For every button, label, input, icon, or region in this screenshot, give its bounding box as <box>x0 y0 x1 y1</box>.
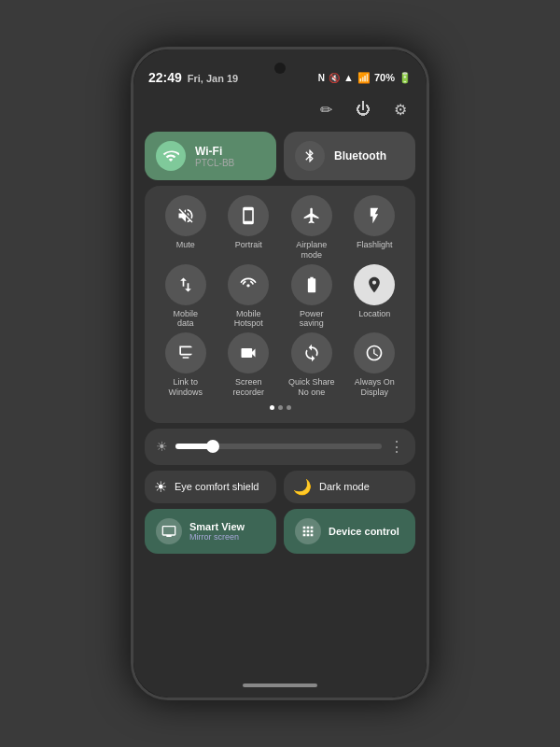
eye-comfort-label: Eye comfort shield <box>175 481 259 492</box>
bluetooth-label: Bluetooth <box>334 149 386 162</box>
link-windows-tile[interactable]: Link toWindows <box>158 332 214 398</box>
device-control-tile[interactable]: Device control <box>284 509 415 554</box>
mute-tile[interactable]: Mute <box>158 195 214 261</box>
brightness-control[interactable]: ☀ ⋮ <box>145 429 415 465</box>
brightness-more[interactable]: ⋮ <box>389 438 404 456</box>
mute-icon: 🔇 <box>329 73 340 83</box>
portrait-tile[interactable]: Portrait <box>220 195 276 261</box>
status-date: Fri, Jan 19 <box>188 73 238 84</box>
link-windows-label: Link toWindows <box>168 377 203 398</box>
status-icons: N 🔇 ▲ 📶 70% 🔋 <box>318 72 412 84</box>
smart-view-sub: Mirror screen <box>189 532 245 542</box>
smart-view-label: Smart View <box>189 521 245 532</box>
bluetooth-toggle[interactable]: Bluetooth <box>284 132 415 180</box>
power-saving-icon <box>291 264 332 305</box>
smart-view-tile[interactable]: Smart View Mirror screen <box>145 509 276 554</box>
portrait-label: Portrait <box>235 240 262 250</box>
brightness-knob[interactable] <box>206 440 219 453</box>
camera-notch <box>274 63 286 74</box>
mute-icon <box>165 195 206 236</box>
airplane-icon <box>291 195 332 236</box>
airplane-tile[interactable]: Airplanemode <box>284 195 340 261</box>
screen-recorder-icon <box>228 332 269 374</box>
device-control-icon <box>295 518 321 544</box>
phone-wrapper: 22:49 Fri, Jan 19 N 🔇 ▲ 📶 70% 🔋 ✏ ⏻ ⚙ <box>131 47 429 700</box>
portrait-icon <box>228 195 269 236</box>
signal-icon: 📶 <box>357 72 371 84</box>
top-toggles: Wi-Fi PTCL-BB Bluetooth <box>145 132 415 180</box>
flashlight-label: Flashlight <box>357 240 393 250</box>
nfc-icon: N <box>318 73 325 83</box>
device-control-label: Device control <box>329 526 399 537</box>
quick-share-label: Quick ShareNo one <box>288 377 335 398</box>
dark-mode-label: Dark mode <box>319 481 370 492</box>
hotspot-tile[interactable]: MobileHotspot <box>220 264 276 330</box>
grid-row-2: Mobiledata MobileHotspot Powersaving <box>154 264 406 330</box>
power-saving-tile[interactable]: Powersaving <box>284 264 340 330</box>
grid-row-3: Link toWindows Screenrecorder Quick Shar… <box>154 332 406 398</box>
always-on-tile[interactable]: Always OnDisplay <box>346 332 402 398</box>
hotspot-icon <box>228 264 269 305</box>
screen-recorder-tile[interactable]: Screenrecorder <box>220 332 276 398</box>
quick-settings-panel: ✏ ⏻ ⚙ Wi-Fi PTCL-BB <box>133 91 427 679</box>
link-windows-icon <box>165 332 206 374</box>
quick-tiles-grid: Mute Portrait Airplanemode <box>145 186 415 423</box>
eye-comfort-tile[interactable]: ☀ Eye comfort shield <box>145 471 276 503</box>
dot-3 <box>287 405 291 410</box>
home-indicator[interactable] <box>133 679 427 698</box>
bluetooth-toggle-icon <box>295 141 325 171</box>
screen-recorder-label: Screenrecorder <box>232 377 264 398</box>
location-label: Location <box>358 309 390 319</box>
mobile-data-tile[interactable]: Mobiledata <box>158 264 214 330</box>
hotspot-label: MobileHotspot <box>234 309 263 330</box>
grid-row-1: Mute Portrait Airplanemode <box>154 195 406 261</box>
wifi-toggle[interactable]: Wi-Fi PTCL-BB <box>145 132 276 180</box>
bottom-tiles-row: Smart View Mirror screen Device control <box>145 509 415 554</box>
location-tile[interactable]: Location <box>346 264 402 330</box>
wifi-label: Wi-Fi <box>195 145 234 158</box>
flashlight-icon <box>354 195 395 236</box>
always-on-icon <box>354 332 395 374</box>
brightness-bar[interactable] <box>175 444 382 449</box>
device-control-text: Device control <box>329 526 399 537</box>
wifi-toggle-text: Wi-Fi PTCL-BB <box>195 145 234 168</box>
smart-view-text: Smart View Mirror screen <box>189 521 245 542</box>
eye-comfort-icon: ☀ <box>154 478 167 496</box>
airplane-label: Airplanemode <box>296 240 327 261</box>
dark-mode-tile[interactable]: 🌙 Dark mode <box>284 471 415 503</box>
quick-share-icon <box>291 332 332 374</box>
battery-icon: 🔋 <box>399 72 412 84</box>
flashlight-tile[interactable]: Flashlight <box>346 195 402 261</box>
power-saving-label: Powersaving <box>300 309 324 330</box>
power-icon[interactable]: ⏻ <box>352 98 374 120</box>
wifi-icon: ▲ <box>343 72 354 83</box>
settings-icon[interactable]: ⚙ <box>389 98 412 120</box>
quick-share-tile[interactable]: Quick ShareNo one <box>284 332 340 398</box>
location-icon <box>354 264 395 305</box>
smart-view-icon <box>156 518 182 544</box>
home-bar <box>243 684 317 687</box>
battery-level: 70% <box>374 72 395 83</box>
pencil-icon[interactable]: ✏ <box>315 98 337 120</box>
brightness-icon: ☀ <box>156 439 168 454</box>
phone-screen: 22:49 Fri, Jan 19 N 🔇 ▲ 📶 70% 🔋 ✏ ⏻ ⚙ <box>133 49 427 698</box>
always-on-label: Always OnDisplay <box>355 377 395 398</box>
bluetooth-toggle-text: Bluetooth <box>334 149 386 162</box>
mute-label: Mute <box>176 240 195 250</box>
wifi-toggle-icon <box>156 141 186 171</box>
comfort-row: ☀ Eye comfort shield 🌙 Dark mode <box>145 471 415 503</box>
dot-1 <box>270 405 274 410</box>
dark-mode-icon: 🌙 <box>293 478 312 496</box>
mobile-data-icon <box>165 264 206 305</box>
wifi-sublabel: PTCL-BB <box>195 158 234 168</box>
status-time: 22:49 <box>148 70 182 85</box>
page-dots <box>154 402 406 414</box>
dot-2 <box>278 405 283 410</box>
edit-header: ✏ ⏻ ⚙ <box>145 94 415 126</box>
mobile-data-label: Mobiledata <box>173 309 198 330</box>
